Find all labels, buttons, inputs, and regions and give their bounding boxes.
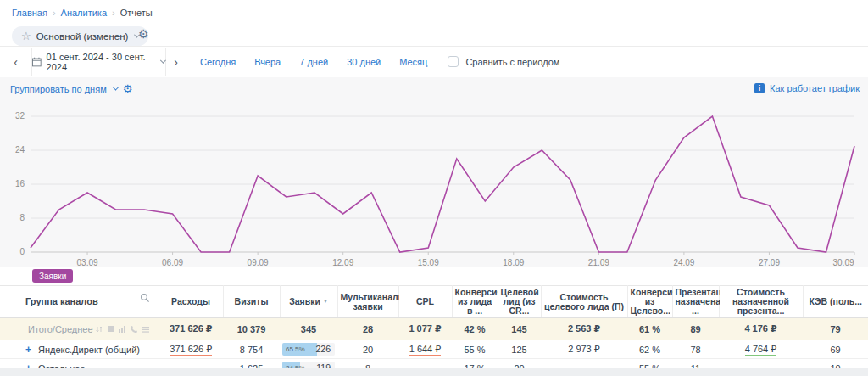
column-header-label: Расходы xyxy=(171,296,210,306)
date-preset[interactable]: 7 дней xyxy=(299,57,328,67)
date-presets: СегодняВчера7 дней30 днейМесяц xyxy=(200,48,427,76)
totals-value: 10 379 xyxy=(223,318,280,340)
date-preset[interactable]: Месяц xyxy=(399,57,427,67)
star-icon[interactable]: ☆ xyxy=(21,31,31,42)
column-header[interactable]: Целевой лид (из CR... xyxy=(498,286,541,318)
table-cell: 2 973 ₽ xyxy=(541,340,627,359)
chart-help-link[interactable]: Как работает график xyxy=(770,83,860,93)
column-header[interactable]: Конверсия из лида в ... xyxy=(452,286,498,318)
totals-value: 28 xyxy=(337,318,398,340)
breadcrumb-separator: › xyxy=(53,8,56,18)
breadcrumb-item: Отчеты xyxy=(120,8,153,18)
y-axis-label: 32 xyxy=(15,111,25,121)
cell-value: 20 xyxy=(363,345,373,356)
next-period-button[interactable]: › xyxy=(166,48,186,76)
column-header[interactable]: Расходы xyxy=(159,286,223,318)
column-header[interactable]: Стоимость назначенной презента... xyxy=(719,286,803,318)
totals-value: 2 563 ₽ xyxy=(541,318,627,340)
y-axis-label: 8 xyxy=(19,213,25,222)
channel-group-cell: +Яндекс.Директ (общий) xyxy=(0,340,159,359)
cell-value: 125 xyxy=(511,345,526,356)
legend-badge-requests[interactable]: Заявки xyxy=(32,269,73,283)
table-cell: 4 764 ₽ xyxy=(719,340,803,359)
list-icon[interactable] xyxy=(142,325,150,334)
report-selector-label: Основной (изменен) xyxy=(36,31,129,42)
totals-value: 371 626 ₽ xyxy=(159,318,223,340)
table-header-row: Группа каналовРасходыВизитыЗаявки▼Мульти… xyxy=(0,286,868,318)
date-preset[interactable]: 30 дней xyxy=(347,57,381,67)
cell-value: 78 xyxy=(690,345,700,356)
totals-quick-icons xyxy=(95,325,150,334)
compare-period-option[interactable]: Сравнить с периодом xyxy=(448,48,559,76)
breadcrumb-item[interactable]: Главная xyxy=(12,8,47,18)
channel-group-name: Яндекс.Директ (общий) xyxy=(38,345,140,355)
stop-square-icon[interactable] xyxy=(107,325,114,333)
totals-value: 145 xyxy=(498,318,541,340)
top-bar: Главная›Аналитика›Отчеты ☆ Основной (изм… xyxy=(0,0,868,47)
bar-chart-icon[interactable] xyxy=(118,325,126,334)
column-header[interactable]: Стоимость целевого лида (П) xyxy=(541,286,627,318)
y-axis-label: 16 xyxy=(15,179,25,188)
channels-report-table: Группа каналовРасходыВизитыЗаявки▼Мульти… xyxy=(0,285,868,376)
column-header-label: Заявки xyxy=(289,296,320,306)
chart-settings-gear-icon[interactable]: ⚙ xyxy=(123,83,133,94)
column-header-label: Визиты xyxy=(235,296,269,306)
x-axis-label: 06.09 xyxy=(162,258,183,267)
table-cell: 65.5%226 xyxy=(280,340,337,359)
page-background-strip xyxy=(0,368,868,376)
report-selector[interactable]: ☆ Основной (изменен) xyxy=(12,26,148,46)
totals-value: 345 xyxy=(280,318,337,340)
column-header[interactable]: Группа каналов xyxy=(0,286,159,318)
column-header-label: Группа каналов xyxy=(25,296,98,306)
compare-period-checkbox[interactable] xyxy=(448,56,459,67)
breadcrumb-item[interactable]: Аналитика xyxy=(61,8,107,18)
x-axis-label: 12.09 xyxy=(332,258,353,267)
column-header[interactable]: Мультиканальные заявки xyxy=(337,286,398,318)
report-settings-gear-icon[interactable]: ⚙ xyxy=(138,28,149,40)
column-header[interactable]: КЭВ (поль... xyxy=(803,286,868,318)
expand-plus-icon[interactable]: + xyxy=(25,345,31,355)
chart-help: i Как работает график xyxy=(754,83,860,93)
y-axis-label: 0 xyxy=(19,247,25,256)
info-icon: i xyxy=(754,83,765,93)
x-axis-label: 30.09 xyxy=(832,258,854,267)
group-by-selector: Группировать по дням ⚙ xyxy=(10,83,132,94)
date-preset[interactable]: Вчера xyxy=(254,57,281,67)
date-range-selector[interactable]: 01 сент. 2024 - 30 сент. 2024 xyxy=(32,48,166,76)
column-header[interactable]: CPL xyxy=(398,286,452,318)
cell-value: 1 644 ₽ xyxy=(409,344,442,356)
group-by-dropdown[interactable]: Группировать по дням xyxy=(10,84,107,94)
column-header[interactable]: Презентац... назначена ... xyxy=(672,286,719,318)
prev-period-button[interactable]: ‹ xyxy=(0,48,32,76)
column-header-label: Стоимость целевого лида (П) xyxy=(544,292,624,311)
x-axis-label: 21.09 xyxy=(588,258,609,267)
date-preset[interactable]: Сегодня xyxy=(200,57,236,67)
requests-share-bar: 65.5%226 xyxy=(282,343,335,356)
phone-icon[interactable] xyxy=(130,325,138,334)
cell-value: 62 % xyxy=(639,345,660,356)
totals-row: Итого/Среднее371 626 ₽10 379345281 077 ₽… xyxy=(0,318,868,340)
x-axis-label: 15.09 xyxy=(418,258,439,267)
table-cell: 69 xyxy=(803,340,868,359)
table-cell: 62 % xyxy=(627,340,672,359)
column-header[interactable]: Заявки▼ xyxy=(280,286,337,318)
column-header-label: Конверсия из лида в ... xyxy=(455,287,503,316)
sort-desc-icon: ▼ xyxy=(323,299,328,304)
column-header[interactable]: Конверсия из Целево... xyxy=(627,286,672,318)
date-toolbar: ‹ 01 сент. 2024 - 30 сент. 2024 › Сегодн… xyxy=(0,48,868,76)
cell-value: 371 626 ₽ xyxy=(170,344,212,356)
breadcrumb: Главная›Аналитика›Отчеты xyxy=(12,8,153,18)
calendar-icon xyxy=(32,57,42,67)
date-range-label: 01 сент. 2024 - 30 сент. 2024 xyxy=(47,52,155,72)
totals-value: 1 077 ₽ xyxy=(398,318,452,340)
totals-value: 42 % xyxy=(452,318,498,340)
table-cell: 55 % xyxy=(452,340,498,359)
table-cell: 20 xyxy=(337,340,398,359)
sort-icon[interactable] xyxy=(95,325,103,334)
breadcrumb-separator: › xyxy=(112,8,115,18)
column-header[interactable]: Визиты xyxy=(223,286,280,318)
chevron-down-icon xyxy=(113,85,119,91)
column-header-label: КЭВ (поль... xyxy=(810,296,862,306)
cell-value: 4 764 ₽ xyxy=(745,344,777,356)
compare-period-label: Сравнить с периодом xyxy=(465,57,559,67)
